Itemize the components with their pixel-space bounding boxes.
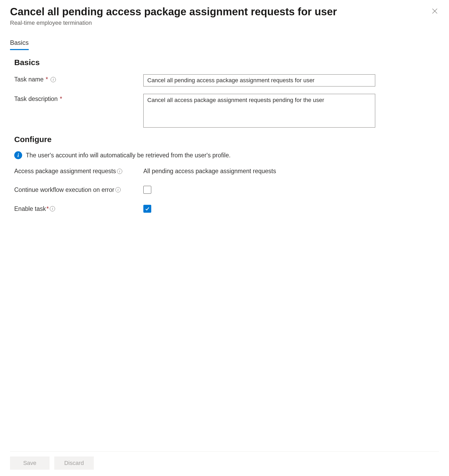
access-requests-label: Access package assignment requests i (14, 168, 143, 175)
panel-content: Basics Task name * i Task description * … (10, 50, 439, 451)
basics-section-heading: Basics (14, 58, 439, 67)
task-description-row: Task description * Cancel all access pac… (14, 94, 439, 128)
required-indicator: * (46, 205, 49, 212)
info-banner-text: The user's account info will automatical… (26, 152, 231, 159)
access-requests-row: Access package assignment requests i All… (14, 168, 439, 175)
task-description-input[interactable]: Cancel all access package assignment req… (143, 94, 375, 128)
continue-on-error-checkbox[interactable] (143, 186, 151, 194)
enable-task-label: Enable task * i (14, 205, 143, 212)
task-panel: Cancel all pending access package assign… (0, 0, 449, 476)
access-requests-value: All pending access package assignment re… (143, 168, 276, 175)
continue-on-error-label-text: Continue workflow execution on error (14, 186, 114, 193)
info-icon[interactable]: i (115, 187, 121, 192)
required-indicator: * (46, 76, 48, 83)
task-name-label: Task name * i (14, 74, 143, 83)
info-icon[interactable]: i (50, 206, 55, 211)
info-icon[interactable]: i (51, 77, 56, 82)
save-button[interactable]: Save (10, 456, 50, 470)
continue-on-error-label: Continue workflow execution on error i (14, 186, 143, 193)
continue-on-error-row: Continue workflow execution on error i (14, 186, 439, 194)
required-indicator: * (60, 95, 62, 103)
panel-header: Cancel all pending access package assign… (10, 5, 439, 26)
task-name-row: Task name * i (14, 74, 439, 86)
info-banner-icon: i (14, 151, 22, 159)
tab-basics[interactable]: Basics (10, 39, 29, 50)
enable-task-row: Enable task * i (14, 205, 439, 213)
task-name-label-text: Task name (14, 76, 43, 83)
enable-task-label-text: Enable task (14, 205, 46, 212)
close-icon (432, 8, 438, 14)
access-requests-label-text: Access package assignment requests (14, 168, 116, 175)
tab-bar: Basics (10, 39, 439, 50)
close-button[interactable] (431, 7, 439, 15)
task-description-label-text: Task description (14, 95, 58, 103)
info-icon[interactable]: i (117, 169, 122, 174)
page-title: Cancel all pending access package assign… (10, 5, 423, 18)
discard-button[interactable]: Discard (54, 456, 94, 470)
task-name-input[interactable] (143, 74, 375, 86)
configure-section-heading: Configure (14, 135, 439, 144)
configure-section: Configure i The user's account info will… (14, 135, 439, 213)
panel-footer: Save Discard (10, 451, 439, 476)
enable-task-checkbox[interactable] (143, 205, 151, 213)
info-banner: i The user's account info will automatic… (14, 151, 439, 159)
task-description-label: Task description * (14, 94, 143, 103)
page-subtitle: Real-time employee termination (10, 20, 423, 26)
